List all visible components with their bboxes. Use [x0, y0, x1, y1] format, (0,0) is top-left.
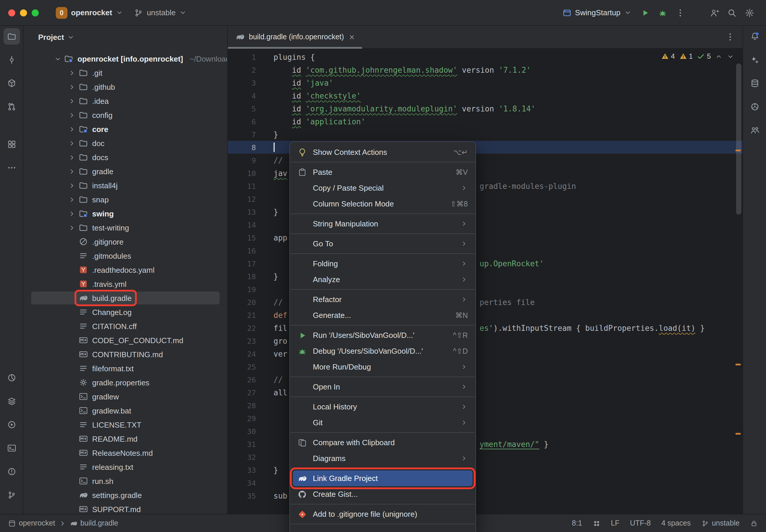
line-separator-widget[interactable]: LF: [611, 519, 619, 527]
line-number[interactable]: 11: [228, 182, 273, 190]
line-number[interactable]: 26: [228, 375, 273, 384]
line-number[interactable]: 27: [228, 388, 273, 397]
tree-item-releasenotes-md[interactable]: ReleaseNotes.md: [23, 446, 227, 460]
menu-item-git[interactable]: Git: [293, 415, 473, 431]
menu-item-more-run-debug[interactable]: More Run/Debug: [293, 359, 473, 375]
run-configuration-widget[interactable]: SwingStartup: [558, 6, 636, 20]
code-line-7[interactable]: 7}: [228, 128, 743, 141]
tool-button-commit[interactable]: [3, 52, 20, 68]
tree-item-changelog[interactable]: ChangeLog: [23, 305, 227, 319]
branch-widget[interactable]: unstable: [130, 6, 191, 20]
tool-button-version-control[interactable]: [3, 487, 20, 503]
tree-item-core[interactable]: core: [23, 122, 227, 136]
inspections-widget[interactable]: 4 1 5: [661, 52, 734, 60]
code-line-5[interactable]: 5 id 'org.javamodularity.moduleplugin' v…: [228, 102, 743, 115]
tree-expand-toggle[interactable]: [67, 223, 76, 232]
grid-icon[interactable]: [593, 519, 600, 527]
tree-item-support-md[interactable]: SUPPORT.md: [23, 502, 227, 514]
tree-item-readme-md[interactable]: README.md: [23, 432, 227, 446]
line-number[interactable]: 10: [228, 169, 273, 177]
tree-expand-toggle[interactable]: [67, 209, 76, 218]
line-number[interactable]: 13: [228, 207, 273, 216]
tree-item-test-writing[interactable]: test-writing: [23, 221, 227, 235]
menu-item-string-manipulation[interactable]: String Manipulation: [293, 216, 473, 232]
menu-item-link-gradle-project[interactable]: Link Gradle Project: [293, 470, 473, 486]
run-button[interactable]: [637, 4, 653, 21]
line-number[interactable]: 30: [228, 427, 273, 436]
indent-widget[interactable]: 4 spaces: [661, 519, 691, 527]
project-panel-header[interactable]: Project: [23, 26, 227, 48]
tree-expand-toggle[interactable]: [67, 124, 76, 134]
menu-item-debug-users-sibovangool-d[interactable]: Debug '/Users/SiboVanGool/D...'^⇧D: [293, 343, 473, 359]
tree-expand-toggle[interactable]: [67, 110, 76, 120]
code-line-2[interactable]: 2 id 'com.github.johnrengelman.shadow' v…: [228, 63, 743, 76]
tree-item-doc[interactable]: doc: [23, 136, 227, 150]
project-widget[interactable]: 0 openrocket: [52, 4, 127, 21]
line-number[interactable]: 14: [228, 220, 273, 229]
tool-button-pull-requests[interactable]: [3, 99, 20, 115]
line-number[interactable]: 7: [228, 130, 273, 139]
more-actions-button[interactable]: [672, 4, 689, 21]
tree-expand-toggle[interactable]: [67, 82, 76, 92]
menu-item-compare-with-clipboard[interactable]: Compare with Clipboard: [293, 435, 473, 450]
tool-button-run-widget[interactable]: [3, 416, 20, 433]
tree-item-openrocket-info-openrocket[interactable]: openrocket [info.openrocket] ~/Downloads…: [23, 52, 227, 66]
line-number[interactable]: 35: [228, 491, 273, 500]
tree-item-contributing-md[interactable]: CONTRIBUTING.md: [23, 347, 227, 361]
line-number[interactable]: 2: [228, 65, 273, 74]
line-number[interactable]: 16: [228, 246, 273, 255]
editor-scrollbar[interactable]: [736, 63, 741, 215]
menu-item-generate[interactable]: Generate...⌘N: [293, 307, 473, 323]
search-everywhere-button[interactable]: [724, 4, 740, 21]
line-number[interactable]: 17: [228, 259, 273, 268]
chevron-up-icon[interactable]: [715, 52, 723, 60]
encoding-widget[interactable]: UTF-8: [630, 519, 651, 527]
tree-expand-toggle[interactable]: [67, 181, 76, 190]
close-button[interactable]: [8, 9, 15, 16]
debug-button[interactable]: [655, 4, 671, 21]
line-number[interactable]: 1: [228, 52, 273, 61]
settings-button[interactable]: [741, 4, 758, 21]
tool-button-services[interactable]: [3, 393, 20, 409]
tree-expand-toggle[interactable]: [67, 68, 76, 77]
tool-button-ai-assistant[interactable]: [746, 52, 763, 68]
breadcrumb-project[interactable]: openrocket: [8, 519, 55, 527]
menu-item-folding[interactable]: Folding: [293, 256, 473, 272]
passed-indicator[interactable]: 5: [697, 52, 711, 60]
tree-item-gradlew-bat[interactable]: gradlew.bat: [23, 404, 227, 418]
tree-item-run-sh[interactable]: run.sh: [23, 474, 227, 488]
tree-item-github[interactable]: .github: [23, 80, 227, 94]
tree-item-gradle-properties[interactable]: gradle.properties: [23, 375, 227, 389]
menu-item-diagrams[interactable]: Diagrams: [293, 450, 473, 466]
tree-item-license-txt[interactable]: LICENSE.TXT: [23, 418, 227, 432]
git-branch-widget[interactable]: unstable: [701, 519, 740, 527]
tree-expand-toggle[interactable]: [67, 138, 76, 148]
line-number[interactable]: 12: [228, 194, 273, 203]
breadcrumb-file[interactable]: build.gradle: [70, 519, 118, 527]
error-stripe-mark[interactable]: [735, 433, 741, 435]
tool-button-notifications-bell[interactable]: [746, 28, 763, 45]
warnings-indicator[interactable]: 4: [661, 52, 675, 60]
tree-expand-toggle[interactable]: [67, 96, 76, 106]
close-icon[interactable]: [348, 33, 356, 41]
line-number[interactable]: 29: [228, 414, 273, 423]
menu-item-add-to-gitignore-file-unignore[interactable]: Add to .gitignore file (unignore): [293, 506, 473, 522]
tree-item-gradle[interactable]: gradle: [23, 164, 227, 178]
menu-item-create-gist[interactable]: Create Gist...: [293, 486, 473, 502]
tree-item-settings-gradle[interactable]: settings.gradle: [23, 488, 227, 502]
tree-item-fileformat-txt[interactable]: fileformat.txt: [23, 361, 227, 375]
line-number[interactable]: 21: [228, 311, 273, 319]
lock-icon[interactable]: [750, 519, 758, 527]
tree-item-install4j[interactable]: install4j: [23, 178, 227, 192]
tree-item-config[interactable]: config: [23, 108, 227, 122]
tool-button-terminal[interactable]: [3, 440, 20, 456]
weak-warnings-indicator[interactable]: 1: [679, 52, 693, 60]
cursor-position-widget[interactable]: 8:1: [572, 519, 582, 527]
tree-item-swing[interactable]: swing: [23, 206, 227, 221]
menu-item-copy-paste-special[interactable]: Copy / Paste Special: [293, 180, 473, 196]
line-number[interactable]: 9: [228, 156, 273, 165]
line-number[interactable]: 15: [228, 233, 273, 242]
menu-item-refactor[interactable]: Refactor: [293, 292, 473, 307]
zoom-button[interactable]: [32, 9, 39, 16]
line-number[interactable]: 3: [228, 78, 273, 87]
